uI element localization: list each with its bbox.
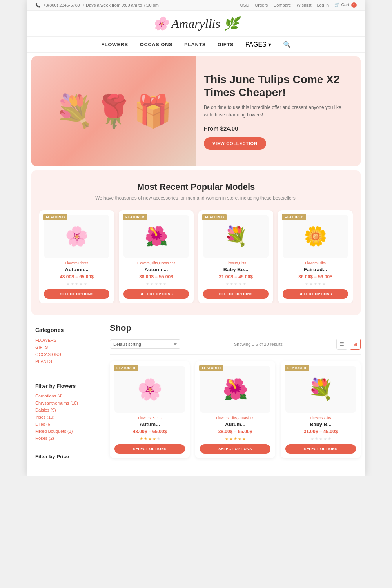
nav-gifts[interactable]: GIFTS [218,42,234,47]
showing-text: Showing 1-6 of 20 results [184,342,332,347]
nav-plants[interactable]: PLANTS [184,42,206,47]
featured-product-4: FEATURED 🌼 Flowers,Gifts Fairtrad... 36.… [278,210,353,303]
product-image-2: 🌺 [123,215,189,258]
featured-product-3: FEATURED 💐 Flowers,Gifts Baby Bo... 31.0… [198,210,273,303]
shop-product-img-1: 🌸 [114,366,185,413]
featured-section: Most Recent Popular Models We have thous… [31,170,361,315]
shop-select-btn-3[interactable]: SELECT OPTIONS [285,444,356,454]
product-price-3: 31.00$ – 45.00$ [203,274,269,279]
hero-content: This June Tulips Come X2 Times Cheaper! … [196,61,361,162]
shop-product-category-3: Flowers,Gifts [285,416,356,420]
nav-pages[interactable]: PAGES ▾ [245,41,271,48]
shop-product-img-2: 🌺 [200,366,270,413]
sidebar-category-gifts[interactable]: GIFTS [35,345,102,350]
product-image-3: 💐 [203,215,269,258]
shop-select-btn-1[interactable]: SELECT OPTIONS [114,444,185,454]
featured-title: Most Recent Popular Models [39,182,353,192]
sidebar-category-plants[interactable]: PLANTS [35,359,102,364]
list-view-btn[interactable]: ☰ [336,339,347,350]
grid-view-btn[interactable]: ⊞ [350,339,361,350]
shop-section: Categories FLOWERS GIFTS OCCASIONS PLANT… [31,319,361,472]
product-stars-1: ★★★★★ [44,282,109,286]
shop-product-stars-2: ★ ★ ★ ★ ★ [200,437,270,441]
orders-link[interactable]: Orders [255,3,268,7]
shop-products-grid: FEATURED 🌸 Flowers,Plants Autum... 48.00… [110,361,361,458]
shop-product-img-3: 💐 [285,366,356,413]
main-nav: FLOWERS OCCASIONS PLANTS GIFTS PAGES ▾ 🔍 [27,37,365,53]
product-category-3: Flowers,Gifts [203,261,269,265]
currency-selector[interactable]: USD [240,3,249,7]
filter-mixed-bouquets[interactable]: Mixed Bouquets (1) [35,429,102,434]
product-name-1: Autumn... [44,267,109,272]
sort-select[interactable]: Default sorting [110,339,180,349]
product-category-2: Flowers,Gifts,Occasions [123,261,189,265]
sidebar-category-flowers[interactable]: FLOWERS [35,338,102,343]
compare-link[interactable]: Compare [273,3,291,7]
product-price-2: 38.00$ – 55.00$ [123,274,189,279]
categories-title: Categories [35,327,102,333]
filter-roses[interactable]: Roses (2) [35,436,102,441]
select-options-btn-1[interactable]: SELECT OPTIONS [44,289,109,299]
phone-icon: 📞 [35,3,41,8]
sidebar-category-occasions[interactable]: OCCASIONS [35,352,102,357]
hours-text: 7 Days a week from 9:00 am to 7:00 pm [82,3,159,7]
hero-title: This June Tulips Come X2 Times Cheaper! [204,73,349,99]
shop-product-name-3: Baby B... [285,421,356,427]
product-stars-4: ★★★★★ [283,282,348,286]
filter-irises[interactable]: Irises (10) [35,415,102,419]
shop-product-price-3: 31.00$ – 45.00$ [285,429,356,434]
product-image-4: 🌼 [283,215,348,258]
shop-select-btn-2[interactable]: SELECT OPTIONS [200,444,270,454]
filter-flowers-title: Filter by Flowers [35,383,102,389]
hero-price: From $24.00 [204,125,349,132]
select-options-btn-2[interactable]: SELECT OPTIONS [123,289,189,299]
top-bar-left: 📞 +3(800) 2345-6789 7 Days a week from 9… [35,3,159,8]
shop-product-name-2: Autum... [200,421,270,427]
shop-product-1: FEATURED 🌸 Flowers,Plants Autum... 48.00… [110,361,190,458]
product-stars-2: ★★★★★ [123,282,189,286]
view-toggle: ☰ ⊞ [336,339,361,350]
product-price-4: 36.00$ – 56.00$ [283,274,348,279]
featured-badge-1: FEATURED [43,214,67,220]
nav-flowers[interactable]: FLOWERS [101,42,128,47]
hero-banner: 💐🌹🎁 This June Tulips Come X2 Times Cheap… [31,56,361,166]
product-category-4: Flowers,Gifts [283,261,348,265]
hero-cta-button[interactable]: VIEW COLLECTION [204,137,266,150]
featured-badge-2: FEATURED [123,214,147,220]
cart-link[interactable]: 🛒 Cart 1 [334,2,357,8]
shop-product-price-1: 48.00$ – 65.00$ [114,429,185,434]
login-link[interactable]: Log In [317,3,329,7]
shop-badge-3: FEATURED [285,365,309,371]
product-category-1: Flowers,Plants [44,261,109,265]
product-name-2: Autumn... [123,267,189,272]
filter-lilies[interactable]: Lilies (6) [35,422,102,426]
filter-carnations[interactable]: Carnations (4) [35,394,102,398]
shop-product-stars-1: ★ ★ ★ ★ ★ [114,437,185,441]
shop-product-category-1: Flowers,Plants [114,416,185,420]
hero-image: 💐🌹🎁 [31,56,196,166]
top-bar-right: USD Orders Compare Wishlist Log In 🛒 Car… [240,2,357,8]
shop-toolbar: Default sorting Showing 1-6 of 20 result… [110,339,361,355]
select-options-btn-3[interactable]: SELECT OPTIONS [203,289,269,299]
filter-price-title: Filter by Price [35,454,102,459]
header: 🌸 Amaryllis 🌿 [27,11,365,37]
cart-count: 1 [351,2,357,8]
shop-product-3: FEATURED 💐 Flowers,Gifts Baby B... 31.00… [281,361,361,458]
logo[interactable]: 🌸 Amaryllis 🌿 [153,16,239,31]
select-options-btn-4[interactable]: SELECT OPTIONS [283,289,348,299]
shop-product-2: FEATURED 🌺 Flowers,Gifts,Occasions Autum… [195,361,275,458]
filter-daisies[interactable]: Daisies (9) [35,408,102,412]
featured-badge-4: FEATURED [282,214,306,220]
featured-product-1: FEATURED 🌸 Flowers,Plants Autumn... 48.0… [39,210,114,303]
wishlist-link[interactable]: Wishlist [297,3,312,7]
hero-description: Be on time to use this incredible offer … [204,104,349,119]
product-image-1: 🌸 [44,215,109,258]
phone-number: +3(800) 2345-6789 [43,3,80,7]
shop-title: Shop [110,323,361,333]
search-icon[interactable]: 🔍 [283,41,291,48]
nav-occasions[interactable]: OCCASIONS [140,42,172,47]
filter-divider-2 [35,447,102,447]
filter-chrysanthemums[interactable]: Chrysanthemums (16) [35,401,102,405]
featured-products-grid: FEATURED 🌸 Flowers,Plants Autumn... 48.0… [39,210,353,303]
sidebar: Categories FLOWERS GIFTS OCCASIONS PLANT… [31,323,102,468]
